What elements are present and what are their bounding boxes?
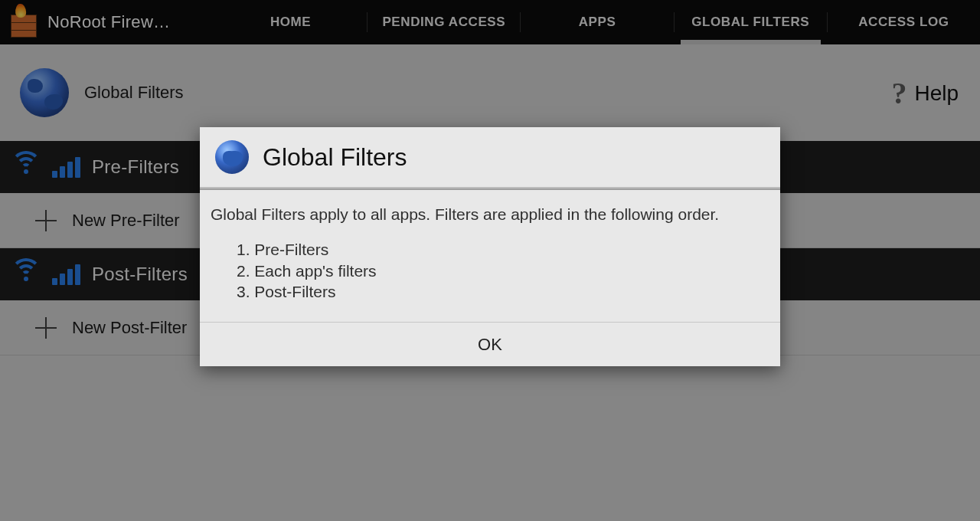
dialog-order-list: 1. Pre-Filters 2. Each app's filters 3. …	[211, 239, 769, 302]
dialog-title-row: Global Filters	[200, 127, 780, 188]
list-item: 1. Pre-Filters	[237, 239, 769, 260]
list-item: 2. Each app's filters	[237, 260, 769, 281]
dialog-title: Global Filters	[263, 143, 407, 172]
global-filters-dialog: Global Filters Global Filters apply to a…	[200, 127, 780, 366]
globe-icon	[215, 140, 249, 174]
dialog-intro: Global Filters apply to all apps. Filter…	[211, 204, 769, 225]
button-label: OK	[478, 335, 502, 355]
dialog-ok-button[interactable]: OK	[200, 322, 780, 366]
dialog-body: Global Filters apply to all apps. Filter…	[200, 190, 780, 322]
list-item: 3. Post-Filters	[237, 281, 769, 302]
